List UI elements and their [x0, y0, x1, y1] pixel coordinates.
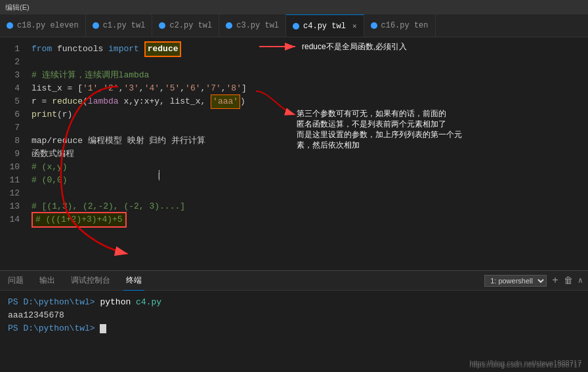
tab-c4py[interactable]: c4.py twl ✕: [286, 14, 364, 37]
terminal-tab-issues[interactable]: 问题: [5, 271, 26, 291]
terminal-line-3: PS D:\python\twl>: [8, 322, 580, 335]
code-line-12: [32, 187, 583, 200]
editor-area: 1 2 3 4 5 6 7 8 9 10 11 12 13 14 from fu…: [0, 37, 588, 270]
code-line-7: [32, 121, 583, 134]
code-line-14: # (((1+2)+3)+4)+5: [32, 213, 583, 226]
terminal-line-1: PS D:\python\twl> python c4.py: [8, 296, 580, 309]
tab-icon-c1py: [93, 22, 99, 29]
tab-c1py[interactable]: c1.py twl: [86, 14, 153, 37]
terminal-body: PS D:\python\twl> python c4.py aaa123456…: [0, 291, 588, 341]
terminal-tab-debug[interactable]: 调试控制台: [68, 271, 113, 291]
tab-close-c4py[interactable]: ✕: [352, 22, 357, 30]
code-line-9: 函数式编程: [32, 148, 583, 161]
terminal-trash-icon[interactable]: 🗑: [564, 276, 573, 286]
tab-icon-c4py: [293, 23, 299, 30]
code-line-2: [32, 56, 583, 69]
reduce-highlight: reduce: [144, 41, 182, 57]
title-bar: 编辑(E): [0, 0, 588, 14]
tab-icon-c18py: [7, 22, 13, 29]
code-line-4: list_x = ['1','2','3','4','5','6','7','8…: [32, 82, 583, 95]
aaa-highlight: 'aaa': [211, 94, 240, 109]
tab-c18py[interactable]: c18.py eleven: [0, 14, 86, 37]
tab-icon-c16py: [371, 22, 377, 29]
terminal-panel: 问题 输出 调试控制台 终端 1: powershell + 🗑 ∧ PS D:…: [0, 270, 588, 372]
code-line-5: r = reduce(lambda x,y:x+y, list_x, 'aaa'…: [32, 95, 583, 108]
tab-icon-c2py: [159, 22, 165, 29]
terminal-tab-bar: 问题 输出 调试控制台 终端 1: powershell + 🗑 ∧: [0, 271, 588, 291]
code-line-6: print(r): [32, 108, 583, 121]
terminal-tab-output[interactable]: 输出: [37, 271, 58, 291]
code-line-11: # (0,0): [32, 174, 583, 187]
shell-selector[interactable]: 1: powershell: [484, 275, 547, 287]
terminal-controls: 1: powershell + 🗑 ∧: [484, 275, 583, 287]
tab-icon-c3py: [226, 22, 232, 29]
code-line-1: from functools import reduce: [32, 43, 583, 56]
tab-bar: c18.py eleven c1.py twl c2.py twl c3.py …: [0, 14, 588, 37]
terminal-add-icon[interactable]: +: [552, 275, 558, 287]
tab-c16py[interactable]: c16.py ten: [364, 14, 436, 37]
code-line-8: map/reduce 编程模型 映射 归约 并行计算: [32, 134, 583, 148]
tab-c3py[interactable]: c3.py twl: [219, 14, 286, 37]
code-line-13: # [(1,3), (2,-2), (-2, 3)....]: [32, 200, 583, 213]
watermark-text: https://blog.csdn.net/steve1988717: [469, 359, 581, 367]
line-numbers: 1 2 3 4 5 6 7 8 9 10 11 12 13 14: [0, 37, 26, 270]
terminal-tab-terminal[interactable]: 终端: [123, 271, 144, 291]
title-bar-label: 编辑(E): [5, 3, 30, 12]
tab-c2py[interactable]: c2.py twl: [152, 14, 219, 37]
line14-highlight: # (((1+2)+3)+4)+5: [32, 212, 127, 228]
code-line-10: # (x,y): [32, 161, 583, 174]
terminal-chevron-icon[interactable]: ∧: [578, 276, 583, 285]
code-line-3: # 连续计算，连续调用lambda: [32, 69, 583, 82]
code-content[interactable]: from functools import reduce # 连续计算，连续调用…: [26, 37, 588, 270]
terminal-line-2: aaa12345678: [8, 309, 580, 322]
terminal-cursor: [100, 324, 106, 333]
